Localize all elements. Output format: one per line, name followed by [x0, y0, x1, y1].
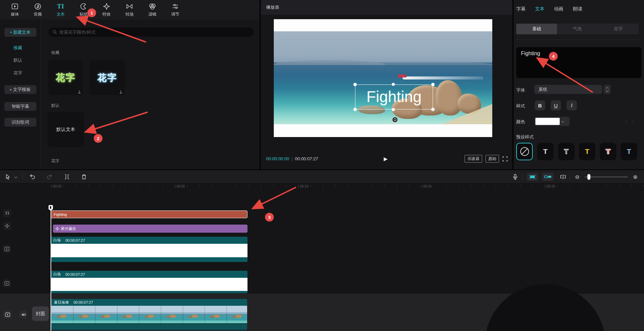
toolbar-effects[interactable]: 特效 — [95, 2, 118, 17]
zoom-in-button[interactable]: ⊕ — [631, 173, 639, 181]
rock — [436, 80, 463, 115]
video-track-icon[interactable] — [3, 279, 11, 287]
preset-pink[interactable]: T — [600, 143, 616, 160]
color-swatch — [535, 118, 560, 125]
preset-white-outline[interactable]: T — [558, 143, 575, 160]
sidebar-item-text-template[interactable]: ▸ 文字模板 — [4, 85, 36, 94]
font-stepper[interactable] — [604, 85, 611, 94]
player-header: 播放器 — [261, 0, 513, 15]
toolbar-transition[interactable]: 转场 — [118, 2, 141, 17]
white-clip-1[interactable]: 白场 00:00:07:27 — [51, 237, 247, 244]
scope-button[interactable]: 示波器 — [465, 155, 482, 163]
cover-button[interactable]: 封面 — [32, 306, 49, 321]
tab-read-aloud[interactable]: 朗读 — [573, 6, 582, 12]
search-input[interactable] — [59, 30, 235, 35]
sidebar-item-smart-caption[interactable]: 智能字幕 — [4, 102, 36, 111]
ruler-tick: 00:00 — [51, 185, 61, 188]
effect-track-icon[interactable] — [3, 222, 11, 230]
text-selection-box[interactable]: Fighting — [355, 85, 433, 109]
white-clip-2[interactable]: 白场 00:00:07:27 — [51, 271, 247, 278]
toolbar-adjust[interactable]: 调节 — [164, 2, 187, 17]
video-canvas[interactable]: Fighting — [274, 19, 492, 137]
preview-axis-button[interactable] — [559, 173, 567, 181]
subtab-huazi[interactable]: 花字 — [598, 24, 639, 34]
sidebar-item-huazi[interactable]: 花字 — [13, 70, 22, 76]
preset-white-solid[interactable]: T — [537, 143, 554, 160]
time-separator: | — [292, 157, 293, 161]
sidebar-item-recognize-lyrics[interactable]: 识别歌词 — [4, 118, 36, 127]
preset-letter: T — [564, 147, 568, 156]
snapping-toggle[interactable] — [527, 173, 538, 181]
sidebar-item-favorites[interactable]: 收藏 — [13, 45, 22, 51]
resize-handle-sw[interactable] — [353, 108, 357, 111]
text-content-input[interactable]: Fighting — [516, 47, 641, 78]
fullscreen-icon[interactable] — [502, 156, 508, 162]
effect-clip[interactable]: 胶片漏光 — [53, 225, 247, 233]
record-voiceover-button[interactable] — [511, 173, 519, 181]
preset-none[interactable] — [516, 143, 533, 160]
split-button[interactable]: ][ — [63, 173, 71, 181]
play-button[interactable]: ▶ — [384, 156, 388, 162]
bold-button[interactable]: B — [535, 100, 545, 110]
search-bar[interactable] — [49, 28, 254, 37]
playhead-handle[interactable] — [49, 205, 53, 211]
timeline-zoom-handle[interactable] — [587, 174, 590, 180]
beach-clip-filmstrip[interactable] — [51, 306, 247, 323]
resize-handle-nw[interactable] — [353, 83, 357, 86]
toolbar-audio[interactable]: 音频 — [26, 2, 49, 17]
tab-subtitle[interactable]: 字幕 — [516, 6, 526, 12]
preset-blue[interactable]: T — [621, 143, 637, 160]
resize-handle-ne[interactable] — [431, 83, 435, 86]
redo-button[interactable] — [46, 173, 54, 181]
mute-track-button[interactable] — [19, 310, 27, 319]
underline-button[interactable]: U — [551, 100, 561, 110]
resize-handle-s[interactable] — [392, 108, 395, 111]
toolbar-media[interactable]: 媒体 — [3, 2, 26, 17]
select-tool-dropdown[interactable] — [13, 173, 18, 181]
toolbar-text[interactable]: TI 文本 — [49, 2, 72, 17]
delete-button[interactable] — [80, 173, 88, 181]
default-text-item[interactable]: 默认文本 — [48, 112, 84, 147]
white-clip-1-body[interactable] — [51, 244, 247, 257]
sidebar-smart-caption-label: 智能字幕 — [12, 103, 29, 109]
tab-animation[interactable]: 动画 — [554, 6, 563, 12]
main-toolbar: 媒体 音频 TI 文本 贴纸 特效 转场 — [0, 0, 260, 20]
toolbar-media-label: 媒体 — [11, 11, 19, 17]
rotate-handle[interactable] — [392, 117, 398, 123]
tab-text[interactable]: 文本 — [535, 6, 545, 12]
toolbar-filter[interactable]: 滤镜 — [141, 2, 164, 17]
text-sidebar: ▾ 新建文本 收藏 默认 花字 ▸ 文字模板 智能字幕 识别歌词 — [0, 20, 41, 169]
original-button[interactable]: 原始 — [486, 155, 499, 163]
subtab-basic[interactable]: 基础 — [516, 24, 557, 34]
preset-pager-arrows[interactable]: ‹› — [625, 119, 639, 124]
video-overlay-text[interactable]: Fighting — [355, 86, 433, 108]
select-tool-button[interactable] — [4, 173, 12, 181]
resize-handle-se[interactable] — [431, 108, 435, 111]
zoom-out-button[interactable]: ⊖ — [573, 173, 581, 181]
resize-handle-n[interactable] — [392, 83, 395, 86]
filter-icon — [148, 2, 156, 10]
timeline-zoom-slider[interactable] — [585, 176, 628, 177]
linkage-toggle[interactable] — [542, 173, 554, 181]
italic-button[interactable]: I — [566, 100, 577, 110]
ruler-tick: 00:15 — [421, 185, 432, 188]
color-picker[interactable] — [534, 117, 569, 126]
video-track-icon[interactable] — [3, 310, 11, 319]
beach-clip-waveform[interactable] — [51, 323, 247, 330]
font-select[interactable]: 系统 — [534, 85, 602, 94]
caret-right-icon: ▸ — [10, 88, 12, 91]
preset-yellow[interactable]: T — [579, 143, 595, 160]
playhead-line[interactable] — [51, 206, 51, 331]
white-clip-2-body[interactable] — [51, 278, 247, 291]
sidebar-item-new-text[interactable]: ▾ 新建文本 — [4, 28, 36, 37]
sidebar-item-default[interactable]: 默认 — [13, 57, 22, 63]
video-track-icon[interactable] — [3, 245, 11, 253]
timeline-ruler[interactable]: 00:00 00:05 00:10 00:15 00:20 — [0, 184, 644, 191]
text-clip-fighting[interactable]: Fighting — [51, 210, 247, 218]
favorite-huazi-ice[interactable]: 花字 ↓ — [90, 60, 125, 95]
undo-button[interactable] — [28, 173, 36, 181]
beach-clip[interactable]: 夏日海滩 00:00:07:27 — [51, 299, 247, 306]
text-track-icon[interactable]: TI — [3, 209, 11, 217]
subtab-bubble[interactable]: 气泡 — [557, 24, 598, 34]
favorite-huazi-green[interactable]: 花字 ↓ — [48, 60, 83, 95]
